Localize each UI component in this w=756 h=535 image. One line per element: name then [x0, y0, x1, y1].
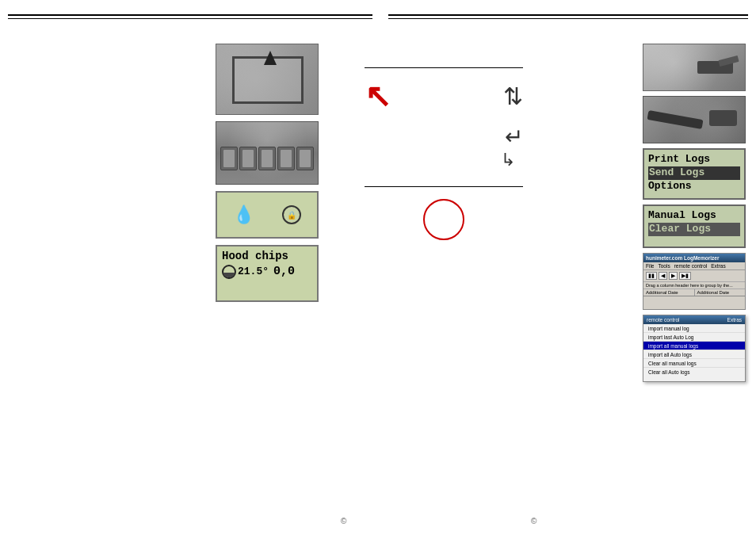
sw-toolbar: ▮▮ ◀ ▶ ▶▮: [643, 270, 745, 282]
sw-column-headers: Additional Date Additional Date: [643, 289, 745, 296]
dropdown-title: remote control: [647, 317, 680, 323]
menu-extras[interactable]: Extras: [711, 263, 725, 269]
sw-col-1: Additional Date: [643, 289, 695, 296]
left-image-column: 💧 🔒 Hood chips 21.5° 0,0: [216, 44, 319, 302]
nav-top-line: [365, 67, 523, 68]
hood-chips-value: 0,0: [273, 265, 295, 278]
return-arrow-icon: ↳: [501, 150, 515, 170]
sw-titlebar: hunimeter.com LogMemorizer: [643, 254, 745, 262]
page-num-left: ©: [341, 517, 346, 525]
img-chips-row: [216, 121, 319, 185]
top-rule-3: [388, 14, 748, 16]
enter-arrows-group: ↵ ↳: [365, 124, 523, 170]
menu-remote[interactable]: remote control: [674, 263, 708, 269]
img-device-arrow: [216, 44, 319, 115]
top-rule-1: [8, 14, 372, 16]
dropdown-item-5[interactable]: Clear all manual logs: [643, 359, 745, 368]
hood-chips-temp: 21.5°: [238, 266, 269, 277]
img-usb-bottom: [643, 96, 746, 143]
sw-logmemorizer-window: hunimeter.com LogMemorizer File Tools re…: [643, 253, 746, 310]
sw-col-2: Additional Date: [695, 289, 746, 296]
lcd-manual-logs: Manual Logs Clear Logs: [643, 204, 746, 248]
img-usb-top: [643, 44, 746, 91]
nav-circle: [423, 199, 464, 240]
left-top-rules: [8, 14, 372, 19]
center-nav-section: ↖ ⇅ ↵ ↳: [357, 44, 531, 248]
enter-arrow-icon: ↵: [505, 124, 523, 150]
red-diagonal-arrow-icon: ↖: [365, 80, 391, 112]
hood-chips-text: Hood chips: [222, 250, 312, 263]
lcd-line-options: Options: [648, 180, 740, 193]
dropdown-item-1[interactable]: import manual log: [643, 324, 745, 333]
dropdown-item-3[interactable]: import all manual logs: [643, 342, 745, 350]
lcd-line-clear: Clear Logs: [648, 223, 740, 236]
curved-up-arrow-icon: ⇅: [503, 82, 523, 110]
menu-file[interactable]: File: [646, 263, 654, 269]
lcd-line-send: Send Logs: [648, 166, 740, 180]
lcd-print-logs: Print Logs Send Logs Options: [643, 148, 746, 200]
lcd-line-print: Print Logs: [648, 153, 740, 166]
img-hood-chips-display: Hood chips 21.5° 0,0: [216, 245, 319, 302]
right-image-column: Print Logs Send Logs Options Manual Logs…: [643, 44, 750, 382]
sw-menubar[interactable]: File Tools remote control Extras: [643, 262, 745, 270]
menu-tools[interactable]: Tools: [658, 263, 670, 269]
sw-drag-hint: Drag a column header here to group by th…: [643, 282, 745, 289]
img-display-icons: 💧 🔒: [216, 191, 319, 239]
dropdown-tab: Extras: [727, 317, 742, 323]
right-top-rules: [388, 14, 748, 19]
lcd-line-manual: Manual Logs: [648, 209, 740, 223]
dropdown-header: remote control Extras: [643, 315, 745, 324]
nav-arrows-group: ↖ ⇅: [365, 80, 523, 112]
dropdown-item-2[interactable]: import last Auto Log: [643, 333, 745, 342]
page-num-right: ©: [531, 517, 536, 525]
top-rule-4: [388, 18, 748, 19]
dropdown-item-4[interactable]: import all Auto logs: [643, 350, 745, 359]
top-rule-2: [8, 18, 372, 19]
sw-dropdown-menu: remote control Extras import manual log …: [643, 315, 746, 382]
nav-middle-line: [365, 186, 523, 187]
dropdown-item-6[interactable]: Clear all Auto logs: [643, 368, 745, 376]
